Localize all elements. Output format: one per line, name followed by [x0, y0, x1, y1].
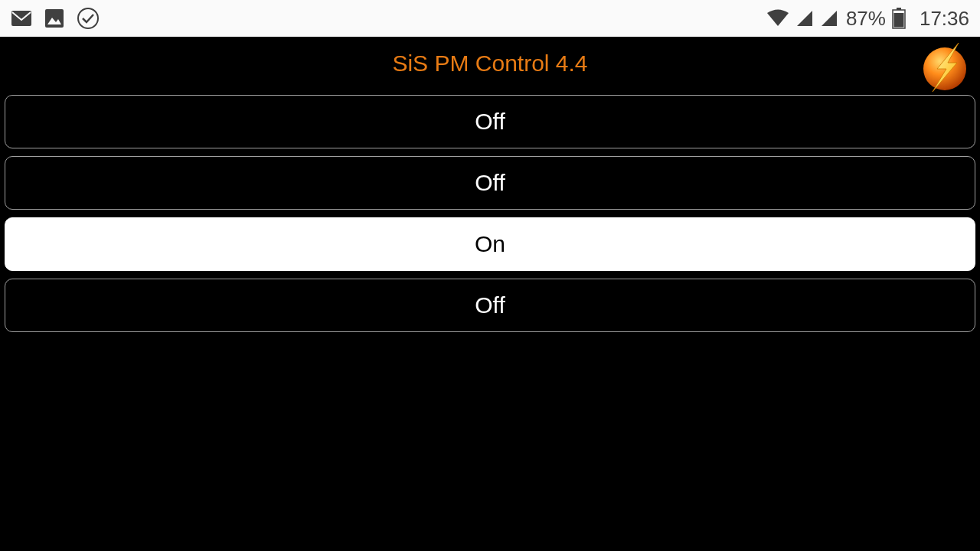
- outlet-state-label: On: [475, 231, 505, 257]
- battery-icon: [892, 8, 906, 29]
- picture-icon: [44, 8, 64, 28]
- mail-icon: [11, 10, 32, 27]
- wifi-icon: [766, 9, 789, 28]
- outlet-state-label: Off: [475, 170, 505, 196]
- outlet-state-label: Off: [475, 109, 505, 135]
- battery-percentage: 87%: [846, 7, 886, 31]
- svg-rect-1: [45, 9, 64, 28]
- status-bar: 87% 17:36: [0, 0, 980, 37]
- cellular-signal-icon: [795, 9, 814, 28]
- page-title: SiS PM Control 4.4: [0, 51, 980, 77]
- svg-rect-5: [893, 13, 903, 28]
- outlet-toggle-1[interactable]: Off: [5, 95, 975, 148]
- clock: 17:36: [920, 7, 969, 31]
- outlet-list: Off Off On Off: [0, 95, 980, 332]
- status-right-icons: 87% 17:36: [766, 7, 969, 31]
- checkmark-circle-icon: [77, 7, 100, 30]
- outlet-state-label: Off: [475, 292, 505, 318]
- outlet-toggle-3[interactable]: On: [5, 217, 975, 271]
- cellular-signal-icon-2: [820, 9, 838, 28]
- svg-point-2: [78, 8, 98, 28]
- outlet-toggle-4[interactable]: Off: [5, 279, 975, 332]
- app-content: SiS PM Control 4.4 Off Off: [0, 37, 980, 551]
- status-left-icons: [11, 7, 100, 30]
- outlet-toggle-2[interactable]: Off: [5, 156, 975, 210]
- lightning-bolt-icon: [919, 41, 971, 93]
- svg-rect-0: [11, 11, 31, 26]
